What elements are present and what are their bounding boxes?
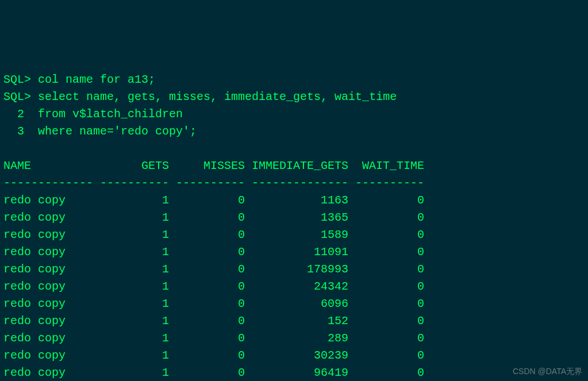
table-separator-row: ------------- ---------- ---------- ----… <box>3 176 424 190</box>
sql-prompt: SQL> select name, gets, misses, immediat… <box>3 90 397 103</box>
terminal-output: SQL> col name for a13; SQL> select name,… <box>3 71 585 381</box>
table-body: redo copy 1 0 1163 0 redo copy 1 0 1365 … <box>3 194 424 381</box>
watermark: CSDN @DATA无界 <box>513 365 582 378</box>
table-header-row: NAME GETS MISSES IMMEDIATE_GETS WAIT_TIM… <box>3 159 424 172</box>
sql-prompt: SQL> col name for a13; <box>3 73 155 86</box>
sql-continuation: 2 from v$latch_children <box>3 107 183 121</box>
sql-continuation: 3 where name='redo copy'; <box>3 125 197 138</box>
